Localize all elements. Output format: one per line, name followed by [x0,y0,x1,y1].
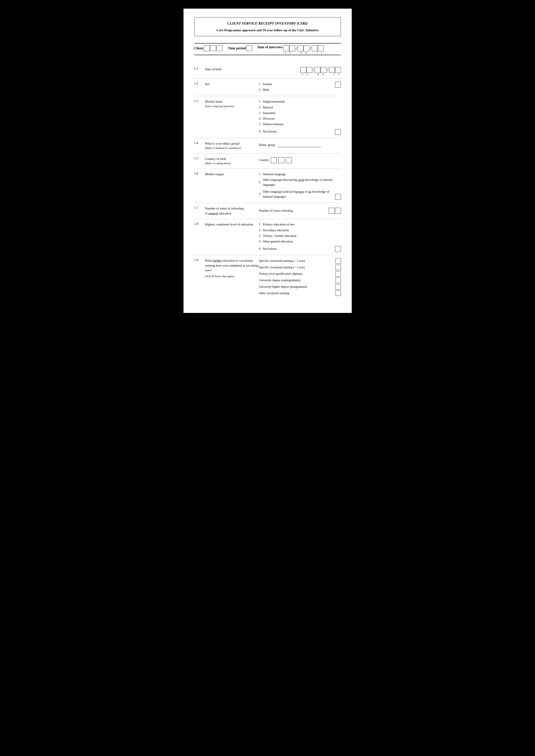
voc-opt-4: University degree (undergraduate) [259,278,341,283]
date-slash-2: / [310,45,311,51]
dob-sublabel-m1: m [318,73,319,75]
date-d1[interactable] [283,45,289,51]
date-slash-1: / [296,45,297,51]
years-box-1[interactable] [329,208,334,214]
dob-sublabel-d2: d [306,73,307,75]
section-1-2: 1.2 Sex 1 Female 2 Male [194,79,341,96]
dob-sublabel-y2: y [338,73,339,75]
section-num-1-6: 1.6 [194,172,205,176]
sublabel-y1: y [317,51,318,54]
section-label-1-4: What is your ethnic group? (Refer to man… [205,141,259,150]
mt-other-good: Other language (but having good knowledg… [263,177,333,187]
section-content-1-9: Specific vocational training (< 1 year) … [259,258,341,297]
section-num-1-5: 1.5 [194,156,205,160]
client-label: Client [194,46,203,50]
date-sublabels: d d m m y y [283,51,324,54]
dob-y2[interactable] [335,67,341,73]
sublabel-d2: d [289,51,291,54]
voc-opt-5: University higher degree (postgraduate) [259,284,341,289]
mt-opt-2: 2 Other language (but having good knowle… [259,177,333,187]
section-answer-1-1: / / d d m m y y [324,67,341,75]
edu-opt-9: 9 Not known [259,246,296,251]
dob-m1[interactable] [315,67,321,73]
meta-row: Client Time period Date of interview / / [194,43,341,55]
marital-answer-box[interactable] [335,129,341,135]
marital-opt-2: 2 Married [259,105,285,110]
dob-y1[interactable] [329,67,335,73]
ethnic-italic: (Refer to manual for assistance) [205,146,259,150]
sex-male: Male [263,87,269,92]
sublabel-y2: y [321,51,322,54]
section-label-1-6: Mother tongue [205,172,259,177]
section-num-1-8: 1.8 [194,222,205,226]
time-period-box[interactable] [246,45,252,51]
years-schooling-desc: Number of years schooling [259,208,293,213]
date-m2[interactable] [304,45,309,51]
ethnic-group-line[interactable] [278,143,321,147]
section-content-1-2: 1 Female 2 Male [259,82,341,93]
country-box-1[interactable] [271,157,277,163]
voc-opt-2: Specific vocational training (> 1 year) [259,265,341,270]
section-label-1-8: Highest completed level of education [205,222,259,227]
section-1-9: 1.9 What further education or vocational… [194,255,341,300]
years-schooling-label-2: in general education [205,212,231,215]
sex-opt-2: 2 Male [259,87,272,92]
sex-female: Female [263,82,272,87]
education-answer-box[interactable] [335,246,341,252]
client-box-2[interactable] [210,45,216,51]
voc-question: What further education or vocational tra… [205,258,259,273]
dob-d1[interactable] [300,67,306,73]
dob-box-row: / / [300,67,341,73]
marital-opt-9: 9 Not known [259,129,285,134]
voc-box-1[interactable] [336,258,341,263]
section-label-1-3: Marital status (from a legal perspective… [205,99,259,108]
voc-box-5[interactable] [336,284,341,289]
date-y2[interactable] [318,45,324,51]
edu-opt-4: 4 Other general education [259,239,296,244]
voc-box-6[interactable] [336,290,341,296]
section-num-1-9: 1.9 [194,258,205,262]
country-birth-italic: (Refer to coding sheet) [205,161,259,166]
dob-slash-2: / [327,67,328,73]
date-interview-label: Date of interview [258,45,283,49]
voc-opt-6: Other vocational training [259,290,341,296]
mother-tongue-options: 1 National language 2 Other language (bu… [259,172,333,200]
section-label-1-7: Number of years of schooling in general … [205,206,259,216]
section-content-1-6: 1 National language 2 Other language (bu… [259,172,341,200]
time-period-label: Time period [228,46,246,50]
country-box-2[interactable] [278,157,284,163]
ethnic-question: What is your ethnic group? [205,141,259,146]
mt-other-poor: Other language (and having poor or no kn… [263,189,333,199]
section-1-8: 1.8 Highest completed level of education… [194,219,341,255]
voc-box-3[interactable] [336,271,341,277]
education-options: 1 Primary education or less 2 Secondary … [259,222,296,252]
voc-box-2[interactable] [336,265,341,270]
section-label-1-1: Date of birth [205,67,259,72]
section-num-1-4: 1.4 [194,141,205,145]
date-m1[interactable] [297,45,303,51]
section-num-1-7: 1.7 [194,206,205,210]
section-1-4: 1.4 What is your ethnic group? (Refer to… [194,138,341,153]
section-num-1-2: 1.2 [194,82,205,85]
dob-m2[interactable] [321,67,326,73]
dob-d2[interactable] [306,67,312,73]
marital-opt-4: 4 Divorced [259,116,285,121]
section-content-1-4: Ethnic group [259,141,341,148]
mt-opt-3: 3 Other language (and having poor or no … [259,189,333,199]
date-y1[interactable] [312,45,318,51]
header-title: CLIENT SERVICE RECEIPT INVENTORY (CSRI) [201,21,334,26]
client-box-3[interactable] [217,45,223,51]
country-box-3[interactable] [286,157,292,163]
mother-tongue-answer-box[interactable] [335,194,341,200]
edu-opt-2: 2 Secondary education [259,228,296,233]
section-label-1-5: Country of birth (Refer to coding sheet) [205,156,259,166]
client-box-1[interactable] [204,45,210,51]
section-content-1-7: Number of years schooling [259,206,341,214]
date-d2[interactable] [289,45,295,51]
voc-box-4[interactable] [336,278,341,283]
years-box-2[interactable] [335,208,341,214]
marital-label: Marital status [205,99,259,104]
sex-answer-box[interactable] [335,82,341,88]
years-schooling-label-1: Number of years of schooling [205,207,244,210]
section-num-1-1: 1.1 [194,67,205,70]
